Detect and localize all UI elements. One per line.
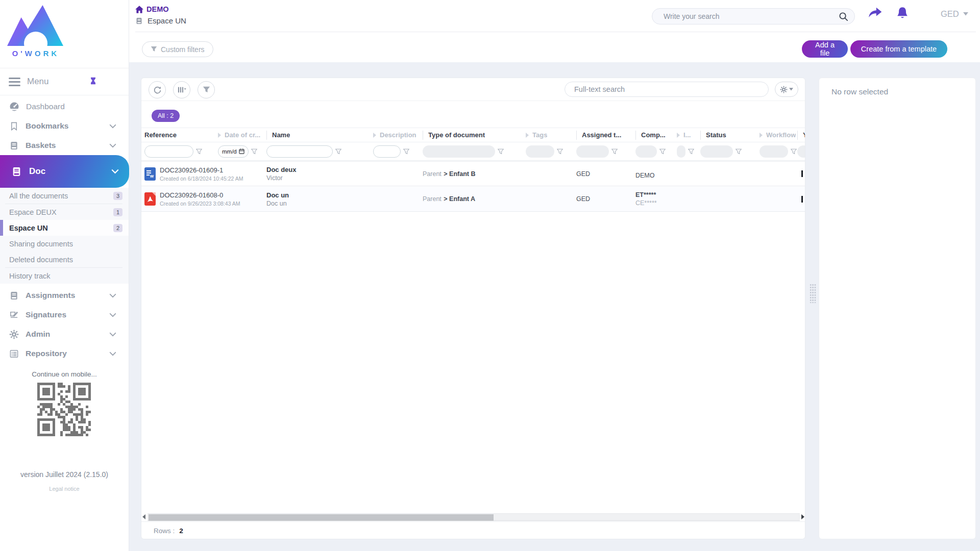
- add-file-button[interactable]: Add a file: [802, 40, 848, 58]
- sidebar-item-dashboard[interactable]: Dashboard: [0, 97, 129, 116]
- sidebar-item-signatures[interactable]: Signatures: [0, 305, 129, 324]
- sidebar-item-assignments[interactable]: Assignments: [0, 286, 129, 305]
- search-icon[interactable]: [839, 12, 848, 21]
- breadcrumb-space[interactable]: Espace UN: [135, 16, 186, 25]
- book-icon: [135, 17, 143, 25]
- custom-filters-button[interactable]: Custom filters: [142, 41, 213, 57]
- submenu-history-track[interactable]: History track: [0, 268, 129, 284]
- scroll-left-arrow[interactable]: [142, 514, 145, 519]
- column-header-i[interactable]: I...: [677, 131, 700, 140]
- legal-notice-link[interactable]: Legal notice: [0, 486, 129, 492]
- submenu-label: History track: [9, 272, 51, 280]
- gear-icon: [9, 330, 19, 339]
- hamburger-icon[interactable]: [9, 76, 20, 88]
- app-logo[interactable]: O'WORK: [7, 5, 63, 58]
- chevron-down-icon: [109, 141, 116, 150]
- filter-funnel-icon[interactable]: [659, 148, 666, 155]
- submenu-label: Deleted documents: [9, 256, 73, 264]
- breadcrumb[interactable]: DEMO: [135, 5, 169, 13]
- custom-filters-label: Custom filters: [161, 45, 205, 54]
- sidebar-item-doc[interactable]: Doc: [0, 155, 129, 188]
- filter-button[interactable]: [198, 81, 215, 98]
- filter-workflow-select: [760, 145, 788, 158]
- submenu-all-documents[interactable]: All the documents 3: [0, 188, 129, 204]
- column-header-reference[interactable]: Reference: [144, 131, 218, 140]
- sidebar-item-repository[interactable]: Repository: [0, 344, 129, 363]
- column-expand-icon: [677, 133, 680, 138]
- submenu-espace-un[interactable]: Espace UN 2: [0, 220, 129, 236]
- global-search-input[interactable]: [664, 12, 839, 20]
- cell-name-sub: Doc un: [266, 200, 289, 207]
- share-button[interactable]: [868, 7, 882, 21]
- column-expand-icon: [526, 133, 529, 138]
- column-header-name[interactable]: Name: [266, 131, 373, 140]
- column-expand-icon: [373, 133, 376, 138]
- sidebar-item-bookmarks[interactable]: Bookmarks: [0, 116, 129, 136]
- pin-sidebar-icon[interactable]: [89, 76, 97, 88]
- filter-funnel-icon[interactable]: [736, 148, 742, 155]
- columns-button[interactable]: [173, 81, 190, 98]
- column-header-workflow[interactable]: Workflow: [760, 131, 797, 140]
- filter-i-select: [677, 145, 685, 158]
- cell-type-child: > Enfant A: [444, 195, 475, 203]
- sidebar-item-baskets[interactable]: Baskets: [0, 136, 129, 155]
- sidebar-item-label: Assignments: [26, 291, 75, 300]
- cell-created: Created on 6/18/2024 10:45:22 AM: [160, 176, 243, 182]
- count-badge: 2: [113, 224, 122, 232]
- table-header-row: Reference Date of cr... Name Description…: [141, 128, 805, 142]
- book-icon: [11, 166, 22, 177]
- panel-resize-handle[interactable]: [810, 284, 816, 303]
- cell-assigned: GED: [576, 170, 590, 178]
- filter-funnel-icon[interactable]: [335, 148, 341, 155]
- column-header-assigned[interactable]: Assigned t...: [576, 131, 635, 140]
- scrollbar-thumb[interactable]: [149, 514, 494, 521]
- filter-date-input[interactable]: mm/d: [218, 145, 249, 158]
- scrollbar-track[interactable]: [148, 513, 800, 521]
- filter-funnel-icon[interactable]: [791, 148, 797, 155]
- column-header-description[interactable]: Description: [373, 131, 423, 140]
- cell-assigned: GED: [576, 195, 590, 203]
- table-row[interactable]: DOC230926-01608-0 Created on 9/26/2023 3…: [141, 187, 805, 212]
- filter-funnel-icon[interactable]: [611, 148, 618, 155]
- create-from-template-button[interactable]: Create from a template: [850, 40, 947, 58]
- filter-reference-input[interactable]: [144, 145, 193, 158]
- notifications-button[interactable]: [896, 6, 909, 22]
- cell-reference: DOC230926-01608-0: [160, 191, 240, 199]
- sidebar-item-label: Baskets: [26, 141, 56, 150]
- refresh-button[interactable]: [149, 81, 166, 98]
- table-row[interactable]: w DOC230926-01609-1 Created on 6/18/2024…: [141, 161, 805, 186]
- filter-description-input[interactable]: [373, 145, 401, 158]
- cell-type-parent: Parent: [423, 170, 442, 178]
- submenu-sharing-documents[interactable]: Sharing documents: [0, 236, 129, 252]
- table-settings-button[interactable]: [775, 82, 798, 97]
- user-menu[interactable]: GED: [941, 9, 968, 19]
- fulltext-search-input[interactable]: [574, 85, 759, 93]
- column-expand-icon: [218, 133, 221, 138]
- filter-funnel-icon[interactable]: [557, 148, 563, 155]
- filter-funnel-icon[interactable]: [688, 148, 694, 155]
- column-header-status[interactable]: Status: [700, 131, 760, 140]
- all-count-badge[interactable]: All : 2: [152, 110, 180, 122]
- filter-funnel-icon[interactable]: [498, 148, 504, 155]
- horizontal-scrollbar: [141, 513, 805, 521]
- column-header-date[interactable]: Date of cr...: [218, 131, 266, 140]
- filter-funnel-icon[interactable]: [196, 148, 202, 155]
- header-divider: [135, 32, 976, 32]
- pdf-file-icon: [144, 192, 156, 206]
- filter-funnel-icon[interactable]: [251, 148, 257, 155]
- sidebar-item-label: Admin: [26, 330, 50, 339]
- sidebar: O'WORK Menu Dashboard Bookmarks Baskets …: [0, 0, 129, 551]
- bookmark-icon: [9, 121, 19, 131]
- filter-assigned-select: [576, 145, 609, 158]
- column-header-y[interactable]: Y: [797, 131, 805, 140]
- scroll-right-arrow[interactable]: [801, 514, 804, 519]
- filter-funnel-icon[interactable]: [403, 148, 409, 155]
- submenu-espace-deux[interactable]: Espace DEUX 1: [0, 204, 129, 220]
- column-header-company[interactable]: Comp...: [635, 131, 677, 140]
- column-header-tags[interactable]: Tags: [526, 131, 576, 140]
- column-header-type[interactable]: Type of document: [423, 131, 526, 140]
- menu-header: Menu: [0, 68, 129, 95]
- filter-name-input[interactable]: [266, 145, 333, 158]
- submenu-deleted-documents[interactable]: Deleted documents: [0, 252, 129, 267]
- sidebar-item-admin[interactable]: Admin: [0, 324, 129, 344]
